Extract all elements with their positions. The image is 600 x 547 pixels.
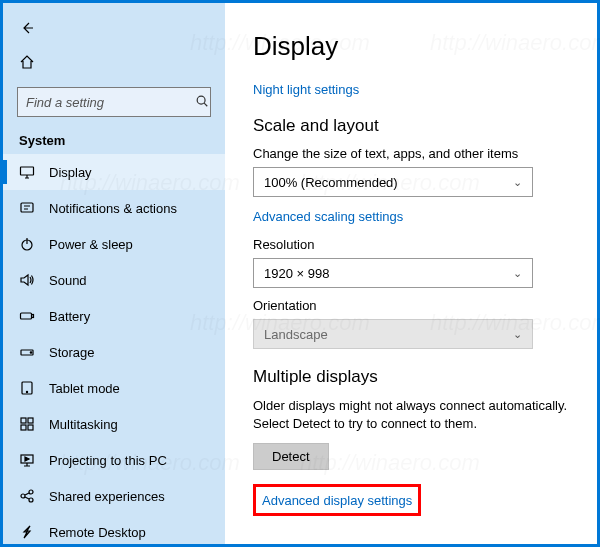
scale-value: 100% (Recommended) <box>264 175 398 190</box>
sidebar-item-label: Remote Desktop <box>49 525 146 540</box>
night-light-link[interactable]: Night light settings <box>253 82 359 97</box>
chevron-down-icon: ⌄ <box>513 328 522 341</box>
tablet-icon <box>19 380 35 396</box>
sidebar-item-label: Multitasking <box>49 417 118 432</box>
svg-point-15 <box>21 494 25 498</box>
scale-select[interactable]: 100% (Recommended) ⌄ <box>253 167 533 197</box>
sidebar-item-label: Notifications & actions <box>49 201 177 216</box>
sidebar-item-label: Storage <box>49 345 95 360</box>
sidebar-item-projecting[interactable]: Projecting to this PC <box>3 442 225 478</box>
advanced-display-link[interactable]: Advanced display settings <box>262 493 412 508</box>
chevron-down-icon: ⌄ <box>513 267 522 280</box>
sidebar: System Display Notifications & actions P… <box>3 3 225 544</box>
power-icon <box>19 236 35 252</box>
resolution-select[interactable]: 1920 × 998 ⌄ <box>253 258 533 288</box>
search-icon <box>195 94 209 111</box>
page-title: Display <box>253 31 573 62</box>
scale-label: Change the size of text, apps, and other… <box>253 146 573 161</box>
svg-rect-5 <box>32 315 34 318</box>
multiple-displays-heading: Multiple displays <box>253 367 573 387</box>
svg-rect-11 <box>28 418 33 423</box>
sidebar-item-label: Shared experiences <box>49 489 165 504</box>
sidebar-item-battery[interactable]: Battery <box>3 298 225 334</box>
remote-icon <box>19 524 35 540</box>
search-input[interactable] <box>26 95 195 110</box>
sidebar-item-power[interactable]: Power & sleep <box>3 226 225 262</box>
sidebar-item-remote[interactable]: Remote Desktop <box>3 514 225 544</box>
multitasking-icon <box>19 416 35 432</box>
sidebar-item-label: Tablet mode <box>49 381 120 396</box>
orientation-label: Orientation <box>253 298 573 313</box>
sidebar-item-storage[interactable]: Storage <box>3 334 225 370</box>
svg-point-17 <box>29 498 33 502</box>
projecting-icon <box>19 452 35 468</box>
resolution-value: 1920 × 998 <box>264 266 329 281</box>
multiple-displays-desc: Older displays might not always connect … <box>253 397 573 433</box>
home-icon <box>19 54 35 70</box>
storage-icon <box>19 344 35 360</box>
svg-point-0 <box>197 96 205 104</box>
svg-rect-1 <box>21 167 34 175</box>
sidebar-item-label: Battery <box>49 309 90 324</box>
sound-icon <box>19 272 35 288</box>
battery-icon <box>19 308 35 324</box>
svg-rect-2 <box>21 203 33 212</box>
highlight-box: Advanced display settings <box>253 484 421 516</box>
content-area: Display Night light settings Scale and l… <box>225 3 597 544</box>
back-button[interactable] <box>3 11 225 45</box>
home-button[interactable] <box>3 45 225 79</box>
notifications-icon <box>19 200 35 216</box>
back-arrow-icon <box>19 20 35 36</box>
sidebar-item-sound[interactable]: Sound <box>3 262 225 298</box>
detect-button[interactable]: Detect <box>253 443 329 470</box>
orientation-value: Landscape <box>264 327 328 342</box>
svg-rect-10 <box>21 418 26 423</box>
orientation-select: Landscape ⌄ <box>253 319 533 349</box>
sidebar-item-label: Power & sleep <box>49 237 133 252</box>
svg-point-16 <box>29 490 33 494</box>
sidebar-item-label: Display <box>49 165 92 180</box>
sidebar-item-label: Sound <box>49 273 87 288</box>
resolution-label: Resolution <box>253 237 573 252</box>
settings-window: System Display Notifications & actions P… <box>0 0 600 547</box>
shared-icon <box>19 488 35 504</box>
search-box[interactable] <box>17 87 211 117</box>
chevron-down-icon: ⌄ <box>513 176 522 189</box>
scale-heading: Scale and layout <box>253 116 573 136</box>
svg-rect-12 <box>21 425 26 430</box>
svg-rect-13 <box>28 425 33 430</box>
nav-list: Display Notifications & actions Power & … <box>3 154 225 544</box>
display-icon <box>19 164 35 180</box>
sidebar-item-label: Projecting to this PC <box>49 453 167 468</box>
svg-point-9 <box>26 391 27 392</box>
sidebar-item-notifications[interactable]: Notifications & actions <box>3 190 225 226</box>
svg-rect-4 <box>21 313 32 319</box>
sidebar-section-label: System <box>3 127 225 154</box>
sidebar-item-shared[interactable]: Shared experiences <box>3 478 225 514</box>
sidebar-item-display[interactable]: Display <box>3 154 225 190</box>
sidebar-item-multitasking[interactable]: Multitasking <box>3 406 225 442</box>
advanced-scaling-link[interactable]: Advanced scaling settings <box>253 209 403 224</box>
svg-point-7 <box>30 352 31 353</box>
sidebar-item-tablet[interactable]: Tablet mode <box>3 370 225 406</box>
